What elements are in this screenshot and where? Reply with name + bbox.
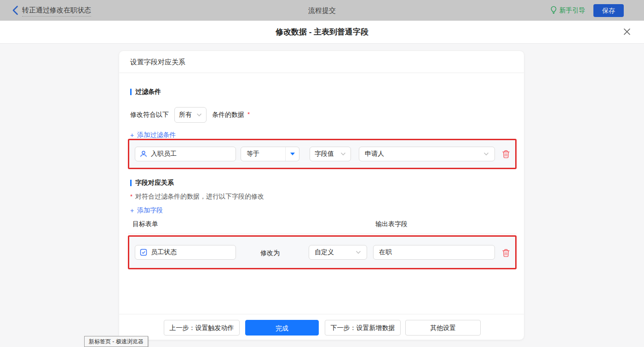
screen: 转正通过修改在职状态 流程提交 新手引导 保存 修改数据 - 主表到普通字段 设… bbox=[0, 0, 644, 347]
chevron-down-icon bbox=[356, 250, 361, 254]
output-value: 在职 bbox=[379, 248, 392, 256]
mapping-row-annotation-box: 员工状态 修改为 自定义 在职 bbox=[128, 235, 517, 269]
filter-field-value: 入职员工 bbox=[151, 150, 177, 158]
column-header-target-form: 目标表单 bbox=[132, 220, 158, 228]
sentence-suffix: 条件的数据 bbox=[212, 111, 244, 119]
page-title: 流程提交 bbox=[0, 6, 644, 15]
chevron-down-icon bbox=[483, 152, 489, 156]
mapping-section-label: 字段对应关系 bbox=[135, 179, 174, 187]
filter-section-title: 过滤条件 bbox=[130, 88, 161, 96]
required-asterisk: * bbox=[247, 111, 250, 118]
filter-section-label: 过滤条件 bbox=[135, 88, 161, 96]
card-header: 设置字段对应关系 bbox=[119, 51, 524, 73]
filter-value: 申请人 bbox=[365, 150, 384, 158]
footer-divider bbox=[119, 314, 524, 314]
bulb-icon bbox=[550, 6, 557, 15]
filter-value-select[interactable]: 申请人 bbox=[359, 147, 495, 161]
filter-condition-sentence: 修改符合以下 所有 条件的数据 * bbox=[130, 107, 250, 123]
operator-value: 等于 bbox=[247, 150, 259, 158]
beginner-guide-label: 新手引导 bbox=[559, 6, 585, 15]
section-bar bbox=[130, 180, 132, 186]
prev-step-button[interactable]: 上一步：设置触发动作 bbox=[164, 320, 240, 336]
filter-row-annotation-box: 入职员工 等于 字段值 申请人 bbox=[128, 139, 517, 169]
other-settings-button[interactable]: 其他设置 bbox=[405, 320, 481, 336]
chevron-down-icon bbox=[340, 152, 346, 156]
mapping-section-title: 字段对应关系 bbox=[130, 179, 174, 187]
required-asterisk: * bbox=[130, 193, 132, 200]
filter-field-input[interactable]: 入职员工 bbox=[135, 147, 236, 161]
card-header-title: 设置字段对应关系 bbox=[130, 51, 185, 73]
match-mode-select[interactable]: 所有 bbox=[174, 107, 207, 123]
add-field-link[interactable]: + 添加字段 bbox=[130, 206, 163, 215]
modify-to-label: 修改为 bbox=[260, 249, 280, 257]
field-mapping-card: 设置字段对应关系 过滤条件 修改符合以下 所有 条件的数据 * + 添加过滤条件 bbox=[119, 51, 524, 340]
section-bar bbox=[130, 89, 132, 95]
column-header-output-field: 输出表字段 bbox=[375, 220, 408, 228]
top-bar: 转正通过修改在职状态 流程提交 新手引导 保存 bbox=[0, 0, 644, 21]
delete-mapping-row-icon[interactable] bbox=[502, 249, 510, 257]
operator-caret-button[interactable] bbox=[285, 147, 299, 161]
delete-filter-row-icon[interactable] bbox=[502, 150, 510, 159]
mapping-description-text: 对符合过滤条件的数据，进行以下字段的修改 bbox=[135, 193, 264, 201]
done-button[interactable]: 完成 bbox=[245, 320, 319, 336]
output-value-input[interactable]: 在职 bbox=[373, 245, 495, 260]
target-field-value: 员工状态 bbox=[151, 248, 177, 256]
operator-select[interactable]: 等于 bbox=[241, 147, 299, 161]
add-field-label: 添加字段 bbox=[137, 206, 163, 215]
add-filter-condition-label: 添加过滤条件 bbox=[137, 131, 176, 139]
match-mode-value: 所有 bbox=[179, 111, 192, 119]
beginner-guide-link[interactable]: 新手引导 bbox=[550, 6, 585, 15]
value-type-value: 字段值 bbox=[315, 150, 334, 158]
table-divider bbox=[128, 233, 517, 234]
sentence-prefix: 修改符合以下 bbox=[130, 111, 169, 119]
browser-status-tooltip: 新标签页 - 极速浏览器 bbox=[84, 336, 148, 347]
checkbox-field-icon bbox=[140, 249, 147, 256]
caret-down-icon bbox=[290, 153, 295, 155]
target-field-input[interactable]: 员工状态 bbox=[135, 245, 236, 260]
save-button[interactable]: 保存 bbox=[593, 4, 624, 17]
value-type-select[interactable]: 字段值 bbox=[310, 147, 351, 161]
close-icon[interactable] bbox=[623, 28, 632, 37]
plus-icon: + bbox=[130, 131, 134, 139]
value-mode-value: 自定义 bbox=[315, 248, 334, 256]
plus-icon: + bbox=[130, 207, 134, 214]
person-icon bbox=[140, 150, 147, 158]
next-step-button[interactable]: 下一步：设置新增数据 bbox=[325, 320, 401, 336]
value-mode-select[interactable]: 自定义 bbox=[309, 245, 367, 260]
modal-header: 修改数据 - 主表到普通字段 bbox=[0, 21, 644, 44]
chevron-down-icon bbox=[196, 113, 202, 117]
modal-title: 修改数据 - 主表到普通字段 bbox=[0, 21, 644, 44]
mapping-description: * 对符合过滤条件的数据，进行以下字段的修改 bbox=[130, 193, 264, 201]
add-filter-condition-link[interactable]: + 添加过滤条件 bbox=[130, 131, 176, 139]
